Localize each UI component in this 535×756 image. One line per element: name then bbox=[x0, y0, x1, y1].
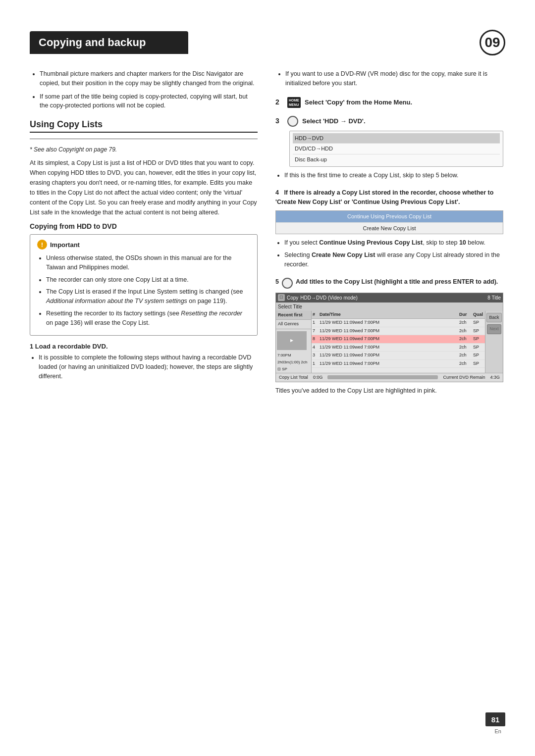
step-5-label: Add titles to the Copy List (highlight a… bbox=[296, 277, 498, 287]
important-bullet-4: Resetting the recorder to its factory se… bbox=[46, 309, 250, 328]
copyright-italic: Copyright bbox=[58, 146, 84, 153]
important-bullet-1: Unless otherwise stated, the OSDs shown … bbox=[46, 253, 250, 272]
intro-bullets-list: Thumbnail picture markers and chapter ma… bbox=[30, 69, 258, 110]
table-row-1: 1 11/29 WED 11:09wed 7:00PM 2ch SP bbox=[312, 319, 485, 327]
col-qual: Qual bbox=[473, 311, 484, 318]
home-menu-icon: HOMEMENU bbox=[287, 97, 301, 108]
intro-bullet-2: If some part of the title being copied i… bbox=[40, 92, 258, 111]
right-intro-bullets: If you want to use a DVD-RW (VR mode) di… bbox=[275, 69, 503, 88]
osd-row-1: HDD→DVD bbox=[293, 133, 500, 144]
step-1-label: 1 Load a recordable DVD. bbox=[30, 343, 258, 350]
row5-dur: 2ch bbox=[459, 352, 473, 359]
row3-num: 8 bbox=[313, 336, 320, 343]
table-row-5: 3 11/29 WED 11:09wed 7:00PM 2ch SP bbox=[312, 352, 485, 360]
copy-list-body-text: At its simplest, a Copy List is just a l… bbox=[30, 158, 258, 217]
footer-total-value: 0:0G bbox=[313, 374, 323, 381]
next-button[interactable]: Next bbox=[487, 324, 501, 334]
copying-from-hdd-heading: Copying from HDD to DVD bbox=[30, 222, 258, 230]
row4-dur: 2ch bbox=[459, 344, 473, 351]
row1-qual: SP bbox=[473, 319, 484, 326]
continue-osd-row-1: Continue Using Previous Copy List bbox=[276, 211, 503, 223]
col-num: # bbox=[313, 311, 320, 318]
row5-qual: SP bbox=[473, 352, 484, 359]
copy-list-main-area: Recent first All Genres ▶ 7:00PM 2h03m(1… bbox=[276, 311, 503, 373]
page-number-box: 81 bbox=[485, 712, 505, 726]
step-2-number: 2 bbox=[275, 97, 283, 107]
row4-date: 11/29 WED 11:09wed 7:00PM bbox=[320, 344, 459, 351]
col-date: Date/Time bbox=[320, 311, 459, 318]
copy-list-nav-buttons: Back Next bbox=[485, 311, 503, 373]
table-row-3-pink: 8 11/29 WED 11:09wed 7:00PM 2ch SP bbox=[312, 335, 485, 344]
step-4-note-1: If you select Continue Using Previous Co… bbox=[284, 238, 503, 248]
chapter-title-bar: Copying and backup bbox=[30, 31, 188, 54]
table-header: # Date/Time Dur Qual bbox=[312, 311, 485, 319]
osd-row-2: DVD/CD→HDD bbox=[293, 144, 500, 154]
thumbnail-preview: ▶ bbox=[277, 331, 307, 350]
step-5-number: 5 bbox=[275, 277, 279, 287]
step-3-note: If this is the first time to create a Co… bbox=[284, 171, 503, 180]
header-source: Copy bbox=[287, 294, 298, 302]
step-5: 5 Add titles to the Copy List (highlight… bbox=[275, 277, 503, 396]
step-3-notes: If this is the first time to create a Co… bbox=[275, 171, 503, 180]
page-lang: En bbox=[495, 728, 501, 734]
table-row-6: 1 11/29 WED 11:09wed 7:00PM 2ch SP bbox=[312, 360, 485, 368]
left-column: Thumbnail picture markers and chapter ma… bbox=[30, 69, 258, 403]
header-title-count: 8 Title bbox=[487, 294, 501, 302]
col-dur: Dur bbox=[459, 311, 473, 318]
step-1-bullets: It is possible to complete the following… bbox=[30, 353, 258, 381]
using-copy-lists-heading: Using Copy Lists bbox=[30, 119, 258, 133]
select-title-label: Select Title bbox=[278, 303, 302, 310]
content-area: Thumbnail picture markers and chapter ma… bbox=[30, 69, 505, 403]
row6-dur: 2ch bbox=[459, 360, 473, 367]
continue-osd-row-2: Create New Copy List bbox=[276, 223, 503, 234]
continue-osd: Continue Using Previous Copy List Create… bbox=[275, 210, 503, 234]
important-box: ! Important Unless otherwise stated, the… bbox=[30, 234, 258, 336]
step-3-number: 3 bbox=[275, 116, 283, 126]
row4-num: 4 bbox=[313, 344, 320, 351]
important-bullet-3: The Copy List is erased if the Input Lin… bbox=[46, 287, 250, 306]
important-label: Important bbox=[50, 241, 80, 249]
resetting-italic: Resetting the recorder bbox=[181, 310, 242, 317]
row5-num: 3 bbox=[313, 352, 320, 359]
row3-dur: 2ch bbox=[459, 336, 473, 343]
copyright-note: * See also Copyright on page 79. bbox=[30, 146, 258, 153]
header-arrow: HDD→DVD (Video mode) bbox=[300, 294, 357, 302]
step-4-note-2: Selecting Create New Copy List will eras… bbox=[284, 251, 503, 269]
right-column: If you want to use a DVD-RW (VR mode) di… bbox=[275, 69, 503, 403]
row1-num: 1 bbox=[313, 319, 320, 326]
all-genres-tab: All Genres bbox=[276, 320, 311, 329]
page-container: Copying and backup 09 Thumbnail picture … bbox=[0, 0, 535, 756]
preview-time: 7:00PM bbox=[276, 352, 311, 359]
back-button[interactable]: Back bbox=[486, 313, 501, 323]
right-intro-bullet-1: If you want to use a DVD-RW (VR mode) di… bbox=[285, 69, 503, 88]
row6-num: 1 bbox=[313, 360, 320, 367]
step-4-label: If there is already a Copy List stored i… bbox=[275, 189, 493, 205]
titles-note: Titles you've added to the Copy List are… bbox=[275, 386, 503, 396]
table-row-2: 7 11/29 WED 11:09wed 7:00PM 2ch SP bbox=[312, 327, 485, 336]
footer-total-bar bbox=[327, 375, 438, 379]
copy-list-header: ⊡ Copy HDD→DVD (Video mode) 8 Title bbox=[276, 293, 503, 302]
copy-list-sidebar: Recent first All Genres ▶ 7:00PM 2h03m(1… bbox=[276, 311, 312, 373]
row5-date: 11/29 WED 11:09wed 7:00PM bbox=[320, 352, 459, 359]
footer-remain-label: Current DVD Remain bbox=[443, 374, 485, 381]
preview-quality: ⊡ SP bbox=[276, 366, 311, 373]
table-row-4: 4 11/29 WED 11:09wed 7:00PM 2ch SP bbox=[312, 344, 485, 352]
right-intro-list: If you want to use a DVD-RW (VR mode) di… bbox=[275, 69, 503, 88]
important-bullets-list: Unless otherwise stated, the OSDs shown … bbox=[37, 253, 250, 327]
row1-dur: 2ch bbox=[459, 319, 473, 326]
preview-duration: 2h03m(1:00) 2ch bbox=[276, 359, 311, 366]
step-4-notes: If you select Continue Using Previous Co… bbox=[275, 238, 503, 269]
step-5-label-row: 5 Add titles to the Copy List (highlight… bbox=[275, 277, 503, 289]
row2-dur: 2ch bbox=[459, 328, 473, 335]
step-2: 2 HOMEMENU Select 'Copy' from the Home M… bbox=[275, 97, 503, 108]
step-1: 1 Load a recordable DVD. It is possible … bbox=[30, 343, 258, 381]
row3-date: 11/29 WED 11:09wed 7:00PM bbox=[320, 336, 459, 343]
row2-num: 7 bbox=[313, 328, 320, 335]
recent-first-tab: Recent first bbox=[276, 311, 311, 320]
step-4-number: 4 bbox=[275, 189, 279, 196]
step-4-text: 4 If there is already a Copy List stored… bbox=[275, 188, 503, 207]
step-3-label-row: 3 Select 'HDD → DVD'. bbox=[275, 116, 503, 127]
additional-info-italic: Additional information about the TV syst… bbox=[46, 298, 187, 304]
copy-list-screen: ⊡ Copy HDD→DVD (Video mode) 8 Title Sele… bbox=[275, 293, 503, 383]
chapter-title: Copying and backup bbox=[39, 36, 146, 49]
